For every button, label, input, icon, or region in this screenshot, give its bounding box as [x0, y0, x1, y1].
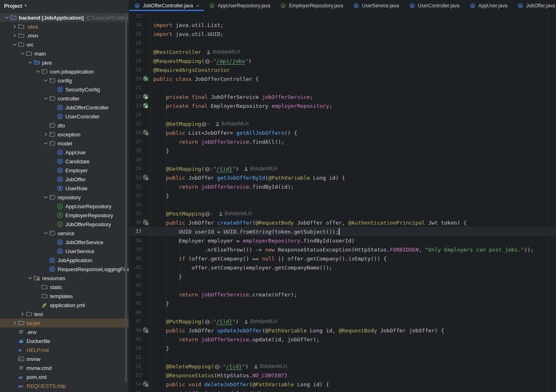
code-line-13[interactable]: 13: [129, 11, 556, 20]
code-line-20[interactable]: 20public class JobOfferController {: [129, 74, 556, 83]
tree-item-pom-xml[interactable]: mpom.xml: [0, 372, 129, 381]
code-line-14[interactable]: 14import java.util.List;: [129, 20, 556, 29]
code-line-28[interactable]: 28 }: [129, 146, 556, 155]
tree-item-mvnw-cmd[interactable]: mvnw.cmd: [0, 363, 129, 372]
spring-bean-icon[interactable]: [141, 94, 150, 100]
code-line-19[interactable]: 19@RequiredArgsConstructor: [129, 65, 556, 74]
code-line-35[interactable]: 35 @PostMapping⌄BohdanMLH: [129, 209, 556, 218]
code-line-15[interactable]: 15import java.util.UUID;: [129, 29, 556, 38]
code-line-44[interactable]: 44 return jobOfferService.create(offer);: [129, 290, 556, 299]
tree-item--idea[interactable]: .idea: [0, 22, 129, 31]
code-line-31[interactable]: 31 public JobOffer getJobOfferById(@Path…: [129, 173, 556, 182]
code-line-52[interactable]: 52 @DeleteMapping(⌄"/{id}")BohdanMLH: [129, 362, 556, 371]
tree-item-config[interactable]: config: [0, 76, 129, 85]
url-mapping-globe-icon[interactable]: ⌄: [201, 122, 209, 127]
tree-item-jobapplication[interactable]: CJobApplication: [0, 256, 129, 265]
chevron-down-icon[interactable]: [42, 230, 49, 236]
tree-item-test[interactable]: test: [0, 310, 129, 318]
tab-appuserrepository-java[interactable]: IAppUserRepository.java: [204, 0, 275, 11]
tree-item-dto[interactable]: dto: [0, 121, 129, 130]
url-mapping-globe-icon[interactable]: ⌄: [205, 167, 212, 172]
chevron-right-icon[interactable]: [11, 320, 18, 326]
tree-item-application-yml[interactable]: application.yml: [0, 301, 129, 310]
tree-item-model[interactable]: model: [0, 139, 129, 148]
tree-item-userrole[interactable]: EUserRole: [0, 184, 129, 193]
tree-item-java[interactable]: java: [0, 58, 129, 67]
chevron-down-icon[interactable]: [42, 77, 49, 84]
tree-item-service[interactable]: service: [0, 229, 129, 238]
code-line-21[interactable]: 21: [129, 83, 556, 92]
code-line-36[interactable]: 36 public JobOffer createOffer(@RequestB…: [129, 218, 556, 227]
spring-bean-icon[interactable]: [141, 102, 150, 109]
code-line-55[interactable]: 55 jobOfferService.delete(id);: [129, 389, 556, 392]
tree-item-employer[interactable]: CEmployer: [0, 166, 129, 175]
tree-item--env[interactable]: .env: [0, 327, 129, 336]
code-line-16[interactable]: 16: [129, 38, 556, 47]
code-line-54[interactable]: 54 public void deleteJobOffer(@PathVaria…: [129, 380, 556, 389]
code-line-38[interactable]: 38 Employer employer = employerRepositor…: [129, 236, 556, 245]
tree-item-candidate[interactable]: CCandidate: [0, 157, 129, 166]
tree-item-resources[interactable]: resources: [0, 274, 129, 283]
code-line-45[interactable]: 45 }: [129, 299, 556, 308]
url-mapping-globe-icon[interactable]: ⌄: [205, 319, 212, 325]
tree-item-securityconfig[interactable]: CSecurityConfig: [0, 85, 129, 94]
rest-endpoint-icon[interactable]: [141, 174, 150, 181]
tree-item-backend[interactable]: backend [JobApplication]C:\Users\PC\Idea: [0, 13, 129, 22]
tab-joboffer-java[interactable]: CJobOffer.java: [512, 0, 556, 11]
chevron-down-icon[interactable]: [27, 59, 33, 66]
spring-bean-icon[interactable]: [141, 76, 150, 82]
tree-item-static[interactable]: static: [0, 283, 129, 292]
code-line-33[interactable]: 33 }: [129, 191, 556, 200]
tree-item-employerrepository[interactable]: IEmployerRepository: [0, 211, 129, 220]
tree-item-requestresponseloggingfilter[interactable]: CRequestResponseLoggingFilter: [0, 265, 129, 274]
code-line-23[interactable]: 23 private final EmployerRepository empl…: [129, 101, 556, 110]
code-line-42[interactable]: 42 }: [129, 272, 556, 281]
tab-appuser-java[interactable]: CAppUser.java: [464, 0, 512, 11]
code-editor[interactable]: 1314import java.util.List;15import java.…: [129, 11, 556, 392]
code-line-47[interactable]: 47 @PutMapping(⌄"/{id}")BohdanMLH: [129, 317, 556, 326]
code-line-51[interactable]: 51: [129, 353, 556, 362]
tree-item-jobofferrepository[interactable]: IJobOfferRepository: [0, 220, 129, 229]
code-line-32[interactable]: 32 return jobOfferService.findById(id);: [129, 182, 556, 191]
code-line-48[interactable]: 48 public JobOffer updateJobOffer(@PathV…: [129, 326, 556, 335]
chevron-down-icon[interactable]: [42, 95, 49, 102]
tree-item-dockerfile[interactable]: Dockerfile: [0, 336, 129, 345]
code-line-40[interactable]: 40 if (offer.getCompany() == null || off…: [129, 254, 556, 263]
chevron-right-icon[interactable]: [11, 32, 18, 39]
code-line-18[interactable]: 18@RequestMapping(⌄"/api/jobs"): [129, 56, 556, 65]
code-line-43[interactable]: 43: [129, 281, 556, 290]
code-line-26[interactable]: 26 public List<JobOffer> getAllJobOffers…: [129, 128, 556, 137]
tree-item-help-md[interactable]: M↓HELP.md: [0, 345, 129, 354]
tree-item-controller[interactable]: controller: [0, 94, 129, 103]
tab-usercontroller-java[interactable]: CUserController.java: [404, 0, 464, 11]
tree-item-repository[interactable]: repository: [0, 193, 129, 202]
code-line-24[interactable]: 24: [129, 110, 556, 119]
tree-item-requests-http[interactable]: APIREQUESTS.http: [0, 381, 129, 390]
tab-userservice-java[interactable]: CUserService.java: [348, 0, 404, 11]
git-author-hint[interactable]: BohdanMLH: [206, 49, 240, 55]
rest-endpoint-icon[interactable]: [141, 219, 150, 226]
code-line-46[interactable]: 46: [129, 308, 556, 317]
code-line-39[interactable]: 39 .orElseThrow(() -> new ResponseStatus…: [129, 245, 556, 254]
chevron-down-icon[interactable]: [11, 41, 18, 48]
chevron-right-icon[interactable]: [42, 131, 49, 138]
tree-item-joboffer[interactable]: CJobOffer: [0, 175, 129, 184]
code-line-30[interactable]: 30 @GetMapping(⌄"/{id}")BohdanMLH: [129, 164, 556, 173]
tree-item-target[interactable]: target: [0, 318, 129, 327]
git-author-hint[interactable]: BohdanMLH: [244, 318, 277, 324]
url-mapping-globe-icon[interactable]: ⌄: [205, 59, 212, 64]
chevron-down-icon[interactable]: [3, 14, 10, 21]
rest-endpoint-icon[interactable]: [141, 327, 150, 334]
project-tree-scrollbar[interactable]: [125, 14, 127, 382]
code-line-27[interactable]: 27 return jobOfferService.findAll();: [129, 137, 556, 146]
code-line-25[interactable]: 25 @GetMapping⌄BohdanMLH: [129, 119, 556, 128]
code-line-37[interactable]: 37 UUID userId = UUID.fromString(token.g…: [129, 227, 556, 236]
code-line-53[interactable]: 53 @ResponseStatus(HttpStatus.NO_CONTENT…: [129, 371, 556, 380]
code-line-34[interactable]: 34: [129, 200, 556, 209]
tree-item--mvn[interactable]: .mvn: [0, 31, 129, 40]
chevron-down-icon[interactable]: [19, 50, 26, 57]
chevron-right-icon[interactable]: [11, 23, 18, 30]
code-line-41[interactable]: 41 offer.setCompany(employer.getCompanyN…: [129, 263, 556, 272]
tree-item-main[interactable]: main: [0, 49, 129, 58]
git-author-hint[interactable]: BohdanMLH: [215, 121, 249, 127]
